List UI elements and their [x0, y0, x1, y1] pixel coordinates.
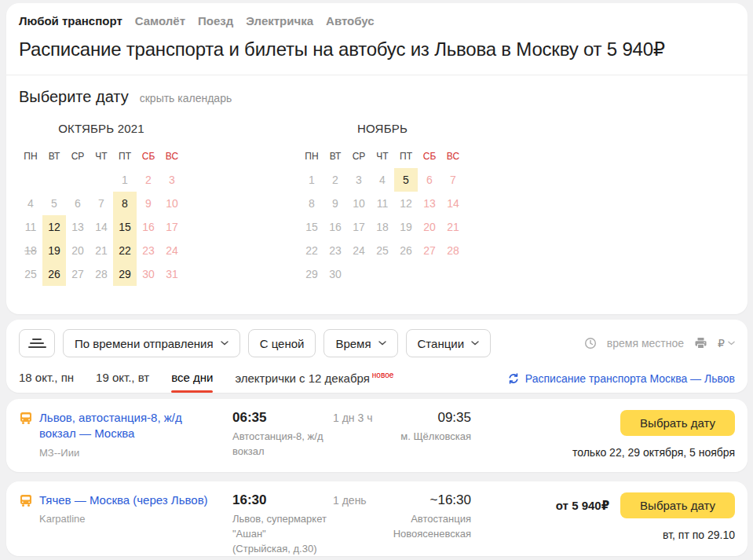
calendar-day[interactable]: 12 — [42, 215, 66, 239]
calendar-day[interactable]: 13 — [66, 215, 90, 239]
calendar-day[interactable]: 29 — [113, 262, 137, 286]
bus-icon — [19, 493, 33, 556]
select-date-button[interactable]: Выбрать дату — [620, 410, 735, 436]
calendar-day[interactable]: 3 — [160, 168, 184, 192]
calendar-day[interactable]: 13 — [418, 192, 441, 215]
calendar-day[interactable]: 26 — [42, 262, 66, 286]
calendar-day[interactable]: 11 — [371, 192, 394, 215]
calendar-day[interactable]: 24 — [347, 239, 371, 262]
time-filter-dropdown[interactable]: Время — [323, 329, 397, 357]
departure-time: 06:35 — [232, 410, 327, 426]
transport-tab[interactable]: Поезд — [198, 14, 233, 27]
calendar-day[interactable]: 31 — [160, 262, 184, 286]
calendar-day[interactable]: 14 — [441, 192, 465, 215]
calendar-day[interactable]: 7 — [90, 192, 113, 215]
calendar-day[interactable]: 2 — [137, 168, 160, 192]
calendar-day[interactable]: 8 — [300, 192, 323, 215]
departure-place: Львов, супермаркет "Ашан" (Стрыйская, д.… — [232, 512, 327, 556]
sort-order-label: По времени отправления — [75, 337, 214, 350]
calendar-day[interactable]: 14 — [90, 215, 113, 239]
calendar-day — [347, 262, 371, 286]
calendar-day[interactable]: 27 — [66, 262, 90, 286]
transport-tab[interactable]: Самолёт — [135, 14, 185, 27]
stations-filter-label: Станции — [418, 337, 465, 350]
calendar-day[interactable]: 3 — [347, 168, 371, 192]
calendar-day[interactable]: 27 — [418, 239, 441, 262]
calendar-day[interactable]: 1 — [300, 168, 323, 192]
calendar-day[interactable]: 21 — [441, 215, 465, 239]
calendar-day[interactable]: 11 — [19, 215, 42, 239]
calendar-day[interactable]: 15 — [113, 215, 137, 239]
calendar-day[interactable]: 25 — [371, 239, 394, 262]
calendar-day[interactable]: 7 — [441, 168, 465, 192]
stations-filter-dropdown[interactable]: Станции — [406, 329, 492, 357]
calendar-day[interactable]: 21 — [90, 239, 113, 262]
results-section: Львов, автостанция-8, ж/д вокзал — Москв… — [0, 399, 753, 556]
result-card: Тячев — Москва (через Львов)Karpatline16… — [6, 481, 748, 556]
calendar-day[interactable]: 10 — [160, 192, 184, 215]
calendar-day[interactable]: 16 — [323, 215, 347, 239]
day-tab[interactable]: все дни — [171, 371, 213, 393]
calendar-day[interactable]: 4 — [19, 192, 42, 215]
arrival-cell: 09:35м. Щёлковская — [380, 410, 471, 464]
with-price-label: С ценой — [260, 337, 305, 350]
calendar-day[interactable]: 16 — [137, 215, 160, 239]
calendar-day[interactable]: 19 — [394, 215, 418, 239]
calendar-day[interactable]: 17 — [347, 215, 371, 239]
calendar-day[interactable]: 23 — [323, 239, 347, 262]
calendar-day[interactable]: 6 — [66, 192, 90, 215]
day-tab[interactable]: 19 окт., вт — [96, 371, 149, 393]
calendar-day[interactable]: 18 — [19, 239, 42, 262]
calendar-day[interactable]: 6 — [418, 168, 441, 192]
calendar-day[interactable]: 23 — [137, 239, 160, 262]
calendar-day[interactable]: 18 — [371, 215, 394, 239]
calendar-day — [42, 168, 66, 192]
calendar-day[interactable]: 17 — [160, 215, 184, 239]
arrival-place: м. Щёлковская — [380, 430, 471, 445]
select-date-button[interactable]: Выбрать дату — [620, 492, 735, 518]
sort-order-dropdown[interactable]: По времени отправления — [63, 329, 240, 357]
printer-icon[interactable] — [694, 337, 707, 350]
calendar-day[interactable]: 8 — [113, 192, 137, 215]
ruble-sign: ₽ — [718, 337, 725, 350]
calendar-day[interactable]: 2 — [323, 168, 347, 192]
calendar-day[interactable]: 10 — [347, 192, 371, 215]
sort-button[interactable] — [19, 329, 55, 357]
bus-icon — [19, 411, 33, 464]
transport-tab[interactable]: Автобус — [326, 14, 375, 27]
calendar-day[interactable]: 9 — [137, 192, 160, 215]
calendar-day[interactable]: 1 — [113, 168, 137, 192]
transport-tab[interactable]: Электричка — [246, 14, 313, 27]
weekday-header: ВС — [441, 145, 465, 168]
schedule-header-card: Любой транспортСамолётПоездЭлектричкаАвт… — [6, 3, 748, 314]
calendar-day[interactable]: 4 — [371, 168, 394, 192]
day-tab[interactable]: электрички с 12 декабряновое — [235, 371, 393, 393]
calendar-day[interactable]: 9 — [323, 192, 347, 215]
calendar-day[interactable]: 20 — [418, 215, 441, 239]
calendar-day[interactable]: 30 — [137, 262, 160, 286]
currency-selector[interactable]: ₽ — [718, 337, 735, 350]
calendar-day[interactable]: 22 — [113, 239, 137, 262]
hide-calendar-link[interactable]: скрыть календарь — [140, 92, 232, 104]
calendar-day[interactable]: 15 — [300, 215, 323, 239]
reverse-route-link[interactable]: Расписание транспорта Москва — Львов — [507, 371, 735, 385]
calendar-day[interactable]: 30 — [323, 262, 347, 286]
with-price-filter-button[interactable]: С ценой — [248, 329, 316, 357]
calendar-day[interactable]: 28 — [90, 262, 113, 286]
calendar-day[interactable]: 29 — [300, 262, 323, 286]
calendar-day[interactable]: 22 — [300, 239, 323, 262]
calendar-day[interactable]: 26 — [394, 239, 418, 262]
route-link[interactable]: Тячев — Москва (через Львов) — [39, 492, 208, 508]
calendar-day[interactable]: 20 — [66, 239, 90, 262]
calendar-day[interactable]: 24 — [160, 239, 184, 262]
calendar-day[interactable]: 5 — [42, 192, 66, 215]
day-tab[interactable]: 18 окт., пн — [19, 371, 74, 393]
calendar-day[interactable]: 28 — [441, 239, 465, 262]
calendar-day[interactable]: 19 — [42, 239, 66, 262]
route-link[interactable]: Львов, автостанция-8, ж/д вокзал — Москв… — [39, 410, 221, 442]
route-cell: Львов, автостанция-8, ж/д вокзал — Москв… — [19, 410, 232, 464]
calendar-day[interactable]: 25 — [19, 262, 42, 286]
calendar-day[interactable]: 12 — [394, 192, 418, 215]
transport-tab[interactable]: Любой транспорт — [19, 14, 122, 27]
calendar-day[interactable]: 5 — [394, 168, 418, 192]
